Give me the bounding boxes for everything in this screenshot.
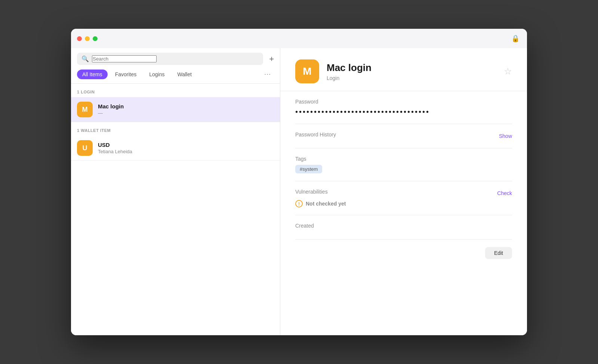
password-field: Password •••••••••••••••••••••••••••••••… — [295, 91, 512, 124]
password-history-label: Password History — [295, 132, 336, 138]
tags-label: Tags — [295, 156, 512, 162]
search-wrapper: 🔍 — [77, 53, 263, 65]
tab-logins[interactable]: Logins — [144, 70, 170, 79]
created-label: Created — [295, 223, 512, 229]
tabs-row: All Items Favorites Logins Wallet ··· — [71, 65, 280, 84]
show-history-button[interactable]: Show — [499, 133, 512, 139]
section-label-logins: 1 LOGIN — [71, 84, 280, 97]
list-item-usd[interactable]: U USD Tetiana Leheida — [71, 136, 280, 161]
detail-avatar: M — [295, 59, 319, 83]
detail-title-block: Mac login Login — [327, 62, 496, 81]
detail-header: M Mac login Login ☆ — [280, 48, 527, 91]
app-window: 🔒 🔍 + All Items Favorites Logins Wallet … — [71, 29, 527, 335]
section-label-wallet: 1 WALLET ITEM — [71, 122, 280, 136]
password-value: •••••••••••••••••••••••••••••••••••• — [295, 108, 512, 116]
usd-title: USD — [98, 142, 274, 148]
usd-subtitle: Tetiana Leheida — [98, 149, 274, 154]
password-history-field: Password History Show — [295, 124, 512, 148]
vuln-status-text: Not checked yet — [306, 201, 346, 207]
search-icon: 🔍 — [81, 55, 89, 62]
password-label: Password — [295, 99, 512, 105]
titlebar: 🔒 — [71, 29, 527, 48]
created-field: Created — [295, 215, 512, 240]
tab-all-items[interactable]: All Items — [77, 70, 108, 79]
traffic-lights — [77, 36, 98, 41]
edit-button[interactable]: Edit — [485, 247, 512, 259]
search-section: 🔍 + — [71, 48, 280, 65]
tab-more-button[interactable]: ··· — [261, 69, 274, 80]
detail-title: Mac login — [327, 62, 496, 74]
tab-wallet[interactable]: Wallet — [172, 70, 197, 79]
check-vulnerabilities-button[interactable]: Check — [497, 190, 512, 196]
mac-login-title: Mac login — [98, 103, 274, 109]
password-history-row: Password History Show — [295, 132, 512, 141]
lock-icon: 🔒 — [511, 34, 520, 43]
usd-avatar: U — [77, 140, 93, 156]
list-item-mac-login[interactable]: M Mac login — — [71, 97, 280, 122]
vulnerabilities-field: Vulnerabilities Check ! Not checked yet — [295, 181, 512, 215]
detail-body: Password •••••••••••••••••••••••••••••••… — [280, 91, 527, 240]
vulnerabilities-label: Vulnerabilities — [295, 189, 328, 195]
vulnerabilities-row: Vulnerabilities Check — [295, 189, 512, 198]
maximize-button[interactable] — [93, 36, 98, 41]
mac-login-avatar: M — [77, 102, 93, 117]
favorite-button[interactable]: ☆ — [504, 66, 512, 77]
detail-footer: Edit — [280, 240, 527, 266]
mac-login-info: Mac login — — [98, 103, 274, 116]
tab-favorites[interactable]: Favorites — [110, 70, 142, 79]
add-button[interactable]: + — [269, 54, 274, 64]
main-content: 🔍 + All Items Favorites Logins Wallet ··… — [71, 48, 527, 335]
usd-info: USD Tetiana Leheida — [98, 142, 274, 154]
mac-login-subtitle: — — [98, 110, 274, 116]
close-button[interactable] — [77, 36, 82, 41]
detail-panel: M Mac login Login ☆ Password •••••••••••… — [280, 48, 527, 335]
list-container: 1 LOGIN M Mac login — 1 WALLET ITEM U US… — [71, 84, 280, 161]
tags-field: Tags #system — [295, 148, 512, 181]
sidebar: 🔍 + All Items Favorites Logins Wallet ··… — [71, 48, 280, 335]
tag-system[interactable]: #system — [295, 165, 322, 173]
vuln-status: ! Not checked yet — [295, 200, 512, 207]
search-input[interactable] — [92, 55, 157, 62]
detail-subtitle: Login — [327, 75, 496, 81]
vuln-warning-icon: ! — [295, 200, 303, 207]
minimize-button[interactable] — [85, 36, 90, 41]
